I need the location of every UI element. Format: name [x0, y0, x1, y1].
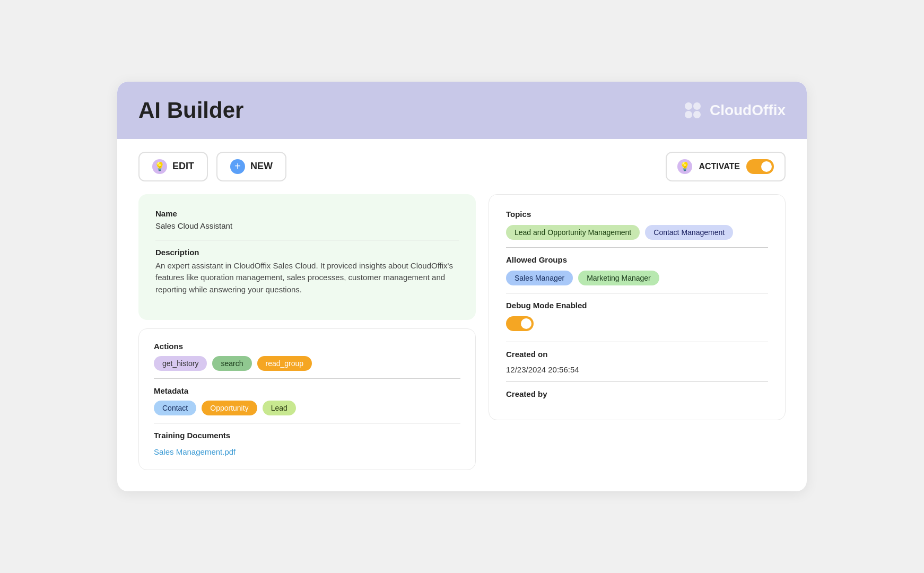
description-value: An expert assistant in CloudOffix Sales …: [155, 260, 459, 296]
training-docs-label: Training Documents: [154, 431, 460, 440]
created-on-label: Created on: [506, 350, 768, 359]
left-panel: Name Sales Cloud Assistant Description A…: [138, 194, 476, 471]
allowed-groups-tags: Sales Manager Marketing Manager: [506, 271, 768, 285]
divider-3: [154, 423, 460, 423]
app-container: AI Builder CloudOffix 💡 EDIT + NEW: [117, 82, 807, 492]
edit-icon: 💡: [152, 159, 167, 174]
svg-point-0: [685, 102, 692, 110]
activate-area: 💡 ACTIVATE: [666, 152, 786, 181]
tag-get-history: get_history: [154, 356, 207, 371]
debug-mode-label: Debug Mode Enabled: [506, 301, 768, 310]
svg-point-2: [685, 111, 692, 118]
allowed-groups-label: Allowed Groups: [506, 255, 768, 264]
training-doc-link[interactable]: Sales Management.pdf: [154, 447, 236, 456]
tag-lead-opportunity: Lead and Opportunity Management: [506, 225, 640, 240]
tag-contact-management: Contact Management: [645, 225, 733, 240]
metadata-tags: Contact Opportunity Lead: [154, 401, 460, 415]
name-label: Name: [155, 209, 459, 218]
divider-2: [154, 378, 460, 379]
actions-label: Actions: [154, 342, 460, 351]
tag-sales-manager: Sales Manager: [506, 271, 573, 285]
tag-contact: Contact: [154, 401, 196, 415]
description-label: Description: [155, 248, 459, 257]
name-value: Sales Cloud Assistant: [155, 221, 459, 230]
logo-text: CloudOffix: [710, 102, 786, 119]
metadata-label: Metadata: [154, 386, 460, 395]
edit-button[interactable]: 💡 EDIT: [138, 152, 208, 181]
created-on-value: 12/23/2024 20:56:54: [506, 365, 768, 374]
actions-metadata-card: Actions get_history search read_group Me…: [138, 328, 476, 470]
actions-tags: get_history search read_group: [154, 356, 460, 371]
debug-mode-toggle[interactable]: [506, 316, 534, 331]
toolbar: 💡 EDIT + NEW 💡 ACTIVATE: [117, 139, 807, 194]
divider-5: [506, 293, 768, 293]
new-button[interactable]: + NEW: [216, 152, 286, 181]
svg-point-1: [693, 102, 701, 110]
cloudoffix-logo-icon: [681, 99, 704, 122]
topics-label: Topics: [506, 210, 768, 219]
divider-6: [506, 342, 768, 342]
right-panel: Topics Lead and Opportunity Management C…: [489, 194, 786, 471]
activate-label: ACTIVATE: [699, 162, 740, 171]
divider-7: [506, 381, 768, 382]
header: AI Builder CloudOffix: [117, 82, 807, 139]
tag-lead: Lead: [263, 401, 296, 415]
right-card: Topics Lead and Opportunity Management C…: [489, 194, 786, 420]
toolbar-left: 💡 EDIT + NEW: [138, 152, 286, 181]
divider-1: [155, 240, 459, 240]
main-content: Name Sales Cloud Assistant Description A…: [117, 194, 807, 492]
page-title: AI Builder: [138, 98, 243, 123]
topics-tags: Lead and Opportunity Management Contact …: [506, 225, 768, 240]
plus-icon: +: [230, 159, 245, 174]
tag-read-group: read_group: [257, 356, 312, 371]
info-card: Name Sales Cloud Assistant Description A…: [138, 194, 476, 320]
logo-area: CloudOffix: [681, 99, 786, 122]
svg-point-3: [693, 111, 701, 118]
tag-search: search: [212, 356, 251, 371]
tag-opportunity: Opportunity: [202, 401, 257, 415]
created-by-label: Created by: [506, 389, 768, 398]
tag-marketing-manager: Marketing Manager: [578, 271, 659, 285]
activate-toggle[interactable]: [746, 159, 774, 174]
divider-4: [506, 247, 768, 248]
activate-icon: 💡: [677, 159, 692, 174]
